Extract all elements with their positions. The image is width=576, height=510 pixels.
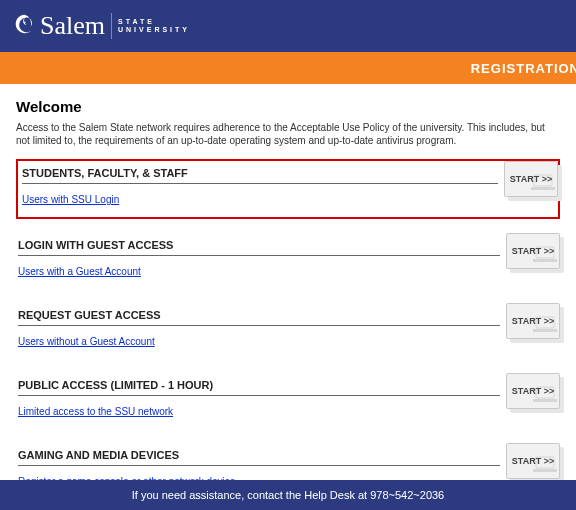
option-title: LOGIN WITH GUEST ACCESS bbox=[18, 239, 500, 256]
option-link-ssu-login[interactable]: Users with SSU Login bbox=[22, 194, 119, 205]
start-button[interactable]: START >> bbox=[506, 233, 560, 269]
laptop-icon bbox=[533, 386, 557, 406]
option-public-access: PUBLIC ACCESS (LIMITED - 1 HOUR) Limited… bbox=[16, 373, 560, 429]
svg-rect-2 bbox=[536, 247, 554, 258]
svg-rect-7 bbox=[533, 399, 557, 402]
start-button[interactable]: START >> bbox=[506, 303, 560, 339]
svg-rect-1 bbox=[531, 187, 555, 190]
banner-title: REGISTRATION bbox=[471, 61, 576, 76]
option-title: PUBLIC ACCESS (LIMITED - 1 HOUR) bbox=[18, 379, 500, 396]
site-header: Salem STATE UNIVERSITY bbox=[0, 0, 576, 52]
start-button[interactable]: START >> bbox=[504, 161, 558, 197]
svg-rect-5 bbox=[533, 329, 557, 332]
laptop-icon bbox=[533, 246, 557, 266]
laptop-icon bbox=[533, 316, 557, 336]
option-request-guest: REQUEST GUEST ACCESS Users without a Gue… bbox=[16, 303, 560, 359]
laptop-icon bbox=[531, 174, 555, 194]
welcome-body: Access to the Salem State network requir… bbox=[16, 121, 560, 147]
option-link-request-guest[interactable]: Users without a Guest Account bbox=[18, 336, 155, 347]
option-title: STUDENTS, FACULTY, & STAFF bbox=[22, 167, 498, 184]
welcome-heading: Welcome bbox=[16, 98, 560, 115]
laptop-icon bbox=[533, 456, 557, 476]
svg-rect-4 bbox=[536, 317, 554, 328]
brand-logo: Salem STATE UNIVERSITY bbox=[14, 11, 190, 41]
option-link-guest-login[interactable]: Users with a Guest Account bbox=[18, 266, 141, 277]
option-link-public-access[interactable]: Limited access to the SSU network bbox=[18, 406, 173, 417]
svg-rect-9 bbox=[533, 469, 557, 472]
brand-subtitle: STATE UNIVERSITY bbox=[118, 18, 190, 34]
svg-rect-3 bbox=[533, 259, 557, 262]
svg-rect-0 bbox=[534, 175, 552, 186]
option-title: REQUEST GUEST ACCESS bbox=[18, 309, 500, 326]
registration-banner: REGISTRATION bbox=[0, 52, 576, 84]
site-footer: If you need assistance, contact the Help… bbox=[0, 480, 576, 510]
footer-text: If you need assistance, contact the Help… bbox=[132, 489, 445, 501]
main-content: Welcome Access to the Salem State networ… bbox=[0, 84, 576, 510]
option-students-faculty-staff: STUDENTS, FACULTY, & STAFF Users with SS… bbox=[16, 159, 560, 219]
svg-rect-6 bbox=[536, 387, 554, 398]
start-button[interactable]: START >> bbox=[506, 373, 560, 409]
option-guest-login: LOGIN WITH GUEST ACCESS Users with a Gue… bbox=[16, 233, 560, 289]
logo-swirl-icon bbox=[14, 13, 40, 39]
brand-name: Salem bbox=[40, 11, 105, 41]
option-title: GAMING AND MEDIA DEVICES bbox=[18, 449, 500, 466]
start-button[interactable]: START >> bbox=[506, 443, 560, 479]
svg-rect-8 bbox=[536, 457, 554, 468]
brand-divider bbox=[111, 13, 112, 39]
